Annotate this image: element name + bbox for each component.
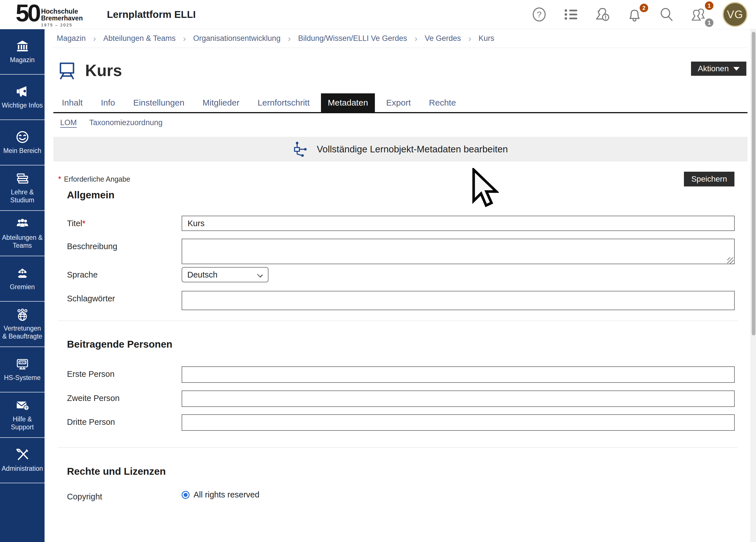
- dritte-person-input[interactable]: [182, 414, 735, 431]
- app-title: Lernplattform ELLI: [107, 9, 196, 20]
- logo-line2: Bremerhaven: [41, 15, 83, 22]
- sidebar-item-abteilungen-teams[interactable]: Abteilungen & Teams: [0, 211, 45, 256]
- tab-bar: Inhalt Info Einstellungen Mitglieder Ler…: [53, 93, 747, 113]
- svg-text:?: ?: [25, 406, 28, 410]
- sidebar-item-hilfe-support[interactable]: ? Hilfe & Support: [0, 392, 45, 438]
- smiley-icon: [16, 130, 29, 144]
- breadcrumb: Magazin › Abteilungen & Teams › Organisa…: [53, 29, 747, 48]
- sidebar-item-magazin[interactable]: Magazin: [0, 29, 45, 75]
- required-hint: Erforderliche Angabe: [64, 175, 130, 183]
- breadcrumb-separator: ›: [183, 34, 186, 43]
- required-asterisk: *: [58, 175, 61, 184]
- sidebar-item-label: Hilfe & Support: [1, 415, 43, 431]
- actions-button-label: Aktionen: [698, 64, 729, 73]
- university-logo: 50 Hochschule Bremerhaven 1975 – 2025: [16, 2, 83, 27]
- breadcrumb-item[interactable]: Magazin: [57, 34, 86, 43]
- tab-info[interactable]: Info: [94, 93, 122, 112]
- schlagwoerter-label: Schlagwörter: [67, 291, 182, 303]
- language-select[interactable]: Deutsch: [182, 267, 268, 282]
- section-heading-rechte: Rechte und Lizenzen: [53, 466, 747, 477]
- sidebar-item-label: Mein Bereich: [3, 147, 41, 155]
- zweite-person-input[interactable]: [182, 390, 735, 407]
- contacts-new-badge: 1: [705, 1, 713, 10]
- copyright-radio-all-rights-reserved[interactable]: [182, 491, 190, 499]
- help-icon[interactable]: ?: [532, 7, 547, 22]
- sidebar-item-label: HS-Systeme: [4, 374, 41, 382]
- sidebar-item-hs-systeme[interactable]: HS-Systeme: [0, 347, 45, 392]
- edit-full-metadata-banner[interactable]: Vollständige Lernobjekt-Metadaten bearbe…: [53, 137, 747, 161]
- breadcrumb-separator: ›: [288, 34, 291, 43]
- logo-years: 1975 – 2025: [41, 23, 83, 27]
- tab-lernfortschritt[interactable]: Lernfortschritt: [251, 93, 316, 112]
- titel-input[interactable]: [182, 216, 735, 231]
- section-divider: [58, 321, 738, 321]
- actions-button[interactable]: Aktionen: [691, 62, 746, 76]
- subtab-lom[interactable]: LOM: [60, 118, 77, 127]
- tab-metadaten[interactable]: Metadaten: [321, 93, 375, 112]
- user-alert-icon[interactable]: !: [595, 7, 610, 22]
- books-icon: [16, 172, 29, 185]
- erste-person-input[interactable]: [182, 366, 735, 383]
- logo-50: 50: [16, 2, 39, 24]
- sprache-label: Sprache: [67, 267, 182, 280]
- sidebar-item-wichtige-infos[interactable]: Wichtige Infos: [0, 75, 45, 120]
- tab-export[interactable]: Export: [379, 93, 418, 112]
- search-icon[interactable]: [659, 7, 674, 22]
- course-icon: [58, 61, 76, 80]
- breadcrumb-separator: ›: [468, 34, 471, 43]
- sidebar-item-label: Wichtige Infos: [2, 101, 43, 109]
- list-icon[interactable]: [564, 7, 578, 22]
- beschreibung-textarea[interactable]: [182, 239, 735, 264]
- sidebar-item-label: Abteilungen & Teams: [1, 234, 43, 249]
- language-select-value: Deutsch: [187, 270, 217, 280]
- monitor-icon: [16, 357, 29, 371]
- tab-inhalt[interactable]: Inhalt: [55, 93, 89, 112]
- avatar[interactable]: VG: [723, 2, 747, 27]
- people-group-icon: [16, 217, 29, 231]
- megaphone-icon: [16, 85, 29, 98]
- page-title: Kurs: [85, 61, 122, 80]
- top-header: 50 Hochschule Bremerhaven 1975 – 2025 Le…: [0, 0, 756, 29]
- section-divider: [58, 447, 738, 448]
- tab-einstellungen[interactable]: Einstellungen: [126, 93, 191, 112]
- titel-label: Titel*: [67, 216, 182, 228]
- zweite-person-label: Zweite Person: [67, 390, 182, 403]
- bank-icon: [16, 39, 29, 53]
- schlagwoerter-input[interactable]: [182, 291, 735, 310]
- breadcrumb-separator: ›: [415, 34, 417, 43]
- beschreibung-label: Beschreibung: [67, 239, 182, 251]
- section-heading-allgemein: Allgemein: [53, 189, 747, 201]
- contacts-icon[interactable]: 1 1: [691, 7, 705, 22]
- copyright-label: Copyright: [67, 489, 182, 501]
- main-content: Magazin › Abteilungen & Teams › Organisa…: [53, 29, 747, 542]
- main-sidebar: Magazin Wichtige Infos Mein Bereich Lehr…: [0, 29, 45, 542]
- textarea-resize-handle[interactable]: [727, 257, 734, 264]
- breadcrumb-item[interactable]: Kurs: [478, 34, 494, 43]
- subtab-taxonomiezuordnung[interactable]: Taxonomiezuordnung: [89, 118, 163, 127]
- svg-text:?: ?: [537, 10, 542, 19]
- sidebar-item-gremien[interactable]: Gremien: [0, 256, 45, 302]
- sidebar-item-mein-bereich[interactable]: Mein Bereich: [0, 120, 45, 165]
- edit-full-metadata-label: Vollständige Lernobjekt-Metadaten bearbe…: [317, 144, 508, 155]
- sidebar-item-lehre-studium[interactable]: Lehre & Studium: [0, 165, 45, 211]
- bell-icon[interactable]: 2: [627, 7, 642, 22]
- sidebar-item-administration[interactable]: Administration: [0, 438, 45, 483]
- vertical-scrollbar[interactable]: [751, 29, 756, 542]
- notification-badge: 2: [640, 4, 648, 12]
- sidebar-filler: [0, 483, 45, 542]
- sidebar-item-vertretungen[interactable]: Vertretungen & Beauftragte: [0, 302, 45, 347]
- copyright-option-label: All rights reserved: [194, 490, 259, 499]
- scrollbar-thumb[interactable]: [752, 32, 755, 335]
- breadcrumb-item[interactable]: Bildung/Wissen/ELLI Ve Gerdes: [298, 34, 407, 43]
- tab-rechte[interactable]: Rechte: [422, 93, 463, 112]
- logo-line1: Hochschule: [41, 8, 83, 15]
- breadcrumb-item[interactable]: Abteilungen & Teams: [103, 34, 176, 43]
- sidebar-item-label: Lehre & Studium: [1, 188, 43, 204]
- committee-icon: [16, 266, 29, 280]
- tab-mitglieder[interactable]: Mitglieder: [196, 93, 246, 112]
- chevron-down-icon: [257, 272, 263, 278]
- sidebar-item-label: Magazin: [10, 56, 35, 64]
- save-button[interactable]: Speichern: [684, 172, 734, 186]
- breadcrumb-item[interactable]: Organisationsentwicklung: [193, 34, 281, 43]
- breadcrumb-item[interactable]: Ve Gerdes: [425, 34, 461, 43]
